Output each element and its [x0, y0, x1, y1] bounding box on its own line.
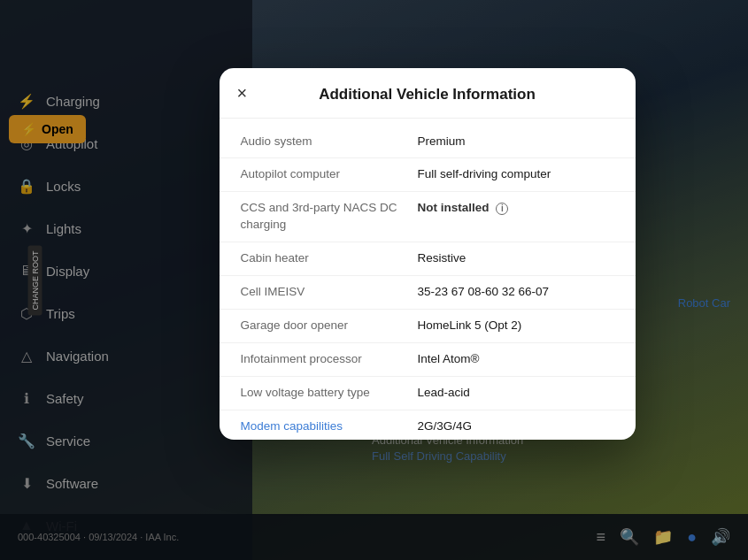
table-row: Audio system Premium	[220, 126, 636, 159]
table-row: Modem capabilities 2G/3G/4G	[220, 410, 636, 440]
info-label-audio: Audio system	[241, 134, 418, 150]
info-value-infotainment: Intel Atom®	[418, 351, 614, 368]
close-button[interactable]: ×	[237, 84, 248, 102]
table-row: Garage door opener HomeLink 5 (Opt 2)	[220, 310, 636, 343]
dialog-body: Audio system Premium Autopilot computer …	[220, 119, 636, 440]
info-value-ccs: Not installed i	[418, 200, 614, 217]
info-value-cabin: Resistive	[418, 250, 614, 267]
info-value-audio: Premium	[418, 134, 614, 150]
table-row: Low voltage battery type Lead-acid	[220, 377, 636, 410]
table-row: CCS and 3rd-party NACS DC charging Not i…	[220, 192, 636, 242]
info-label-autopilot: Autopilot computer	[241, 166, 418, 183]
info-circle-icon[interactable]: i	[496, 203, 508, 215]
info-label-cabin: Cabin heater	[241, 250, 418, 267]
table-row: Infotainment processor Intel Atom®	[220, 343, 636, 377]
info-label-garage: Garage door opener	[241, 318, 418, 334]
info-label-cell: Cell IMEISV	[241, 284, 418, 301]
modal-overlay: × Additional Vehicle Information Audio s…	[0, 0, 748, 560]
info-value-battery: Lead-acid	[418, 385, 614, 402]
info-label-infotainment: Infotainment processor	[241, 351, 418, 368]
dialog-title: Additional Vehicle Information	[241, 86, 614, 104]
info-value-cell: 35-23 67 08-60 32 66-07	[418, 284, 614, 301]
info-value-autopilot: Full self-driving computer	[418, 166, 614, 183]
info-value-modem: 2G/3G/4G	[418, 418, 614, 435]
info-label-modem[interactable]: Modem capabilities	[241, 418, 418, 435]
info-value-garage: HomeLink 5 (Opt 2)	[418, 318, 614, 334]
info-label-battery: Low voltage battery type	[241, 385, 418, 402]
dialog-header: × Additional Vehicle Information	[220, 68, 636, 119]
table-row: Autopilot computer Full self-driving com…	[220, 158, 636, 192]
info-label-ccs: CCS and 3rd-party NACS DC charging	[241, 200, 418, 234]
additional-vehicle-info-dialog: × Additional Vehicle Information Audio s…	[220, 68, 636, 440]
table-row: Cabin heater Resistive	[220, 242, 636, 276]
table-row: Cell IMEISV 35-23 67 08-60 32 66-07	[220, 276, 636, 310]
